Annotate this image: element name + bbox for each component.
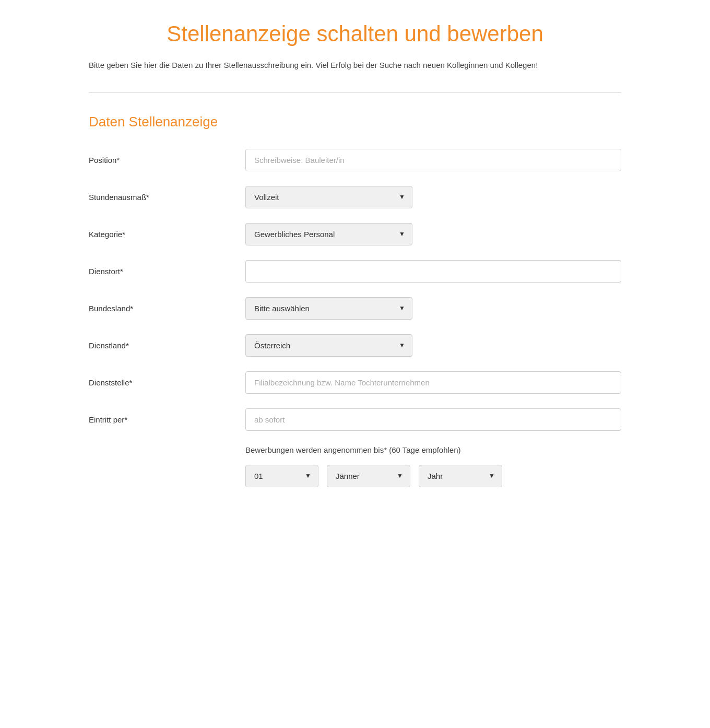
month-select[interactable]: Jänner Februar März April Mai Juni Juli … [327,465,410,487]
bundesland-row: Bundesland* Bitte auswählen Wien Niederö… [89,297,621,320]
page-title: Stellenanzeige schalten und bewerben [89,21,621,47]
bundesland-field: Bitte auswählen Wien Niederösterreich Ob… [245,297,621,320]
stundenausmass-select[interactable]: Vollzeit Teilzeit Geringfügig [245,186,412,208]
bundesland-select-wrapper: Bitte auswählen Wien Niederösterreich Ob… [245,297,412,320]
stundenausmass-label: Stundenausmaß* [89,193,245,202]
bewerbungen-row: Bewerbungen werden angenommen bis* (60 T… [89,445,621,454]
dienststelle-row: Dienststelle* [89,371,621,394]
dienststelle-field [245,371,621,394]
stundenausmass-row: Stundenausmaß* Vollzeit Teilzeit Geringf… [89,186,621,208]
dienstort-field [245,260,621,283]
eintritt-field [245,408,621,431]
year-select[interactable]: Jahr 2024 2025 2026 [419,465,502,487]
position-input[interactable] [245,149,621,171]
dienstort-input[interactable] [245,260,621,283]
eintritt-row: Eintritt per* [89,408,621,431]
dienstland-field: Österreich Deutschland Schweiz ▼ [245,334,621,357]
year-select-wrapper: Jahr 2024 2025 2026 ▼ [419,465,502,487]
dienststelle-label: Dienststelle* [89,378,245,387]
dienstland-select-wrapper: Österreich Deutschland Schweiz ▼ [245,334,412,357]
stellenanzeige-form: Position* Stundenausmaß* Vollzeit Teilze… [89,149,621,487]
eintritt-input[interactable] [245,408,621,431]
bewerbungen-label: Bewerbungen werden angenommen bis* (60 T… [245,445,621,454]
kategorie-select[interactable]: Gewerbliches Personal Kaufmännisches Per… [245,223,412,245]
dienstort-row: Dienstort* [89,260,621,283]
page-subtitle: Bitte geben Sie hier die Daten zu Ihrer … [89,60,621,72]
kategorie-select-wrapper: Gewerbliches Personal Kaufmännisches Per… [245,223,412,245]
dienstland-label: Dienstland* [89,341,245,350]
dienststelle-input[interactable] [245,371,621,394]
dienstort-label: Dienstort* [89,267,245,276]
kategorie-row: Kategorie* Gewerbliches Personal Kaufmän… [89,223,621,245]
bundesland-label: Bundesland* [89,304,245,313]
position-label: Position* [89,156,245,165]
day-select-wrapper: 01 02 03 04 05 06 07 08 09 10 11 12 13 1… [245,465,318,487]
position-row: Position* [89,149,621,171]
kategorie-field: Gewerbliches Personal Kaufmännisches Per… [245,223,621,245]
position-field [245,149,621,171]
dienstland-row: Dienstland* Österreich Deutschland Schwe… [89,334,621,357]
kategorie-label: Kategorie* [89,230,245,239]
stundenausmass-select-wrapper: Vollzeit Teilzeit Geringfügig ▼ [245,186,412,208]
bundesland-select[interactable]: Bitte auswählen Wien Niederösterreich Ob… [245,297,412,320]
stundenausmass-field: Vollzeit Teilzeit Geringfügig ▼ [245,186,621,208]
day-select[interactable]: 01 02 03 04 05 06 07 08 09 10 11 12 13 1… [245,465,318,487]
eintritt-label: Eintritt per* [89,415,245,424]
section-title: Daten Stellenanzeige [89,114,621,130]
section-divider [89,92,621,93]
dienstland-select[interactable]: Österreich Deutschland Schweiz [245,334,412,357]
month-select-wrapper: Jänner Februar März April Mai Juni Juli … [327,465,410,487]
date-selects-row: 01 02 03 04 05 06 07 08 09 10 11 12 13 1… [89,465,621,487]
